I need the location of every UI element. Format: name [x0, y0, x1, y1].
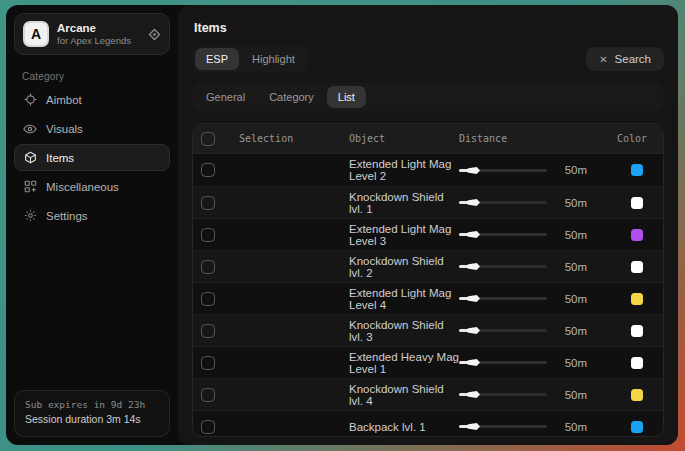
object-name: Knockdown Shield lvl. 1 — [349, 191, 459, 215]
distance-slider[interactable] — [459, 425, 547, 428]
distance-value: 50m — [559, 293, 587, 305]
brand-card: A Arcane for Apex Legends — [14, 13, 170, 55]
distance-slider[interactable] — [459, 329, 547, 332]
sidebar-item-label: Items — [46, 152, 74, 164]
slider-handle-icon[interactable] — [467, 327, 480, 334]
sidebar-item-label: Settings — [46, 210, 88, 222]
color-swatch[interactable] — [631, 229, 643, 241]
slider-handle-icon[interactable] — [467, 167, 480, 174]
session-duration-text: Session duration 3m 14s — [25, 412, 159, 428]
slider-handle-icon[interactable] — [467, 423, 480, 430]
distance-value: 50m — [559, 261, 587, 273]
x-icon: ✕ — [599, 54, 607, 65]
table-body: Extended Light Mag Level 2 50m Knockdown… — [193, 154, 663, 437]
table-row: Knockdown Shield lvl. 1 50m — [193, 186, 663, 218]
row-checkbox[interactable] — [201, 388, 215, 402]
column-header-color: Color — [617, 133, 659, 144]
category-label: Category — [22, 71, 170, 82]
distance-value: 50m — [559, 421, 587, 433]
color-swatch[interactable] — [631, 261, 643, 273]
app-logo: A — [23, 21, 49, 47]
table-row: Knockdown Shield lvl. 3 50m — [193, 314, 663, 346]
row-checkbox[interactable] — [201, 324, 215, 338]
row-checkbox[interactable] — [201, 356, 215, 370]
emblem-icon[interactable] — [148, 28, 161, 41]
sub-expiry-text: Sub expires in 9d 23h — [25, 398, 159, 412]
distance-value: 50m — [559, 197, 587, 209]
select-all-checkbox[interactable] — [201, 132, 215, 146]
color-swatch[interactable] — [631, 325, 643, 337]
tab-highlight[interactable]: Highlight — [241, 48, 306, 70]
sidebar-item-label: Miscellaneous — [46, 181, 119, 193]
object-name: Knockdown Shield lvl. 4 — [349, 383, 459, 407]
slider-handle-icon[interactable] — [467, 263, 480, 270]
app-window: A Arcane for Apex Legends Category Aimbo… — [6, 5, 678, 445]
app-subtitle: for Apex Legends — [57, 35, 140, 47]
table-row: Knockdown Shield lvl. 2 50m — [193, 250, 663, 282]
table-header-row: Selection Object Distance Color — [193, 124, 663, 154]
slider-handle-icon[interactable] — [467, 231, 480, 238]
row-checkbox[interactable] — [201, 420, 215, 434]
slider-handle-icon[interactable] — [467, 295, 480, 302]
mode-tab-group: ESP Highlight — [192, 45, 309, 73]
object-name: Knockdown Shield lvl. 2 — [349, 255, 459, 279]
distance-slider[interactable] — [459, 201, 547, 204]
column-header-selection: Selection — [237, 133, 349, 144]
color-swatch[interactable] — [631, 389, 643, 401]
row-checkbox[interactable] — [201, 260, 215, 274]
object-name: Knockdown Shield lvl. 3 — [349, 319, 459, 343]
row-checkbox[interactable] — [201, 228, 215, 242]
object-name: Extended Heavy Mag Level 1 — [349, 351, 459, 375]
items-table: Selection Object Distance Color Extended… — [192, 123, 664, 437]
search-button-label: Search — [615, 53, 651, 65]
color-swatch[interactable] — [631, 421, 643, 433]
color-swatch[interactable] — [631, 164, 643, 176]
eye-icon — [23, 122, 37, 136]
color-swatch[interactable] — [631, 357, 643, 369]
distance-slider[interactable] — [459, 265, 547, 268]
sidebar-item-aimbot[interactable]: Aimbot — [14, 86, 170, 113]
object-name: Extended Light Mag Level 4 — [349, 287, 459, 311]
distance-slider[interactable] — [459, 169, 547, 172]
column-header-object: Object — [349, 133, 459, 144]
tab-list[interactable]: List — [327, 86, 366, 108]
table-row: Knockdown Shield lvl. 4 50m — [193, 378, 663, 410]
tab-esp[interactable]: ESP — [195, 48, 239, 70]
tab-category[interactable]: Category — [258, 86, 325, 108]
distance-slider[interactable] — [459, 297, 547, 300]
distance-slider[interactable] — [459, 233, 547, 236]
slider-handle-icon[interactable] — [467, 391, 480, 398]
sidebar-item-label: Aimbot — [46, 94, 82, 106]
view-tab-group: General Category List — [192, 83, 664, 111]
color-swatch[interactable] — [631, 197, 643, 209]
color-swatch[interactable] — [631, 293, 643, 305]
slider-handle-icon[interactable] — [467, 359, 480, 366]
sidebar-nav: Aimbot Visuals Items Miscellaneous Setti… — [14, 86, 170, 229]
distance-slider[interactable] — [459, 361, 547, 364]
gear-icon — [23, 209, 37, 222]
crosshair-icon — [23, 93, 37, 106]
row-checkbox[interactable] — [201, 292, 215, 306]
table-row: Extended Light Mag Level 4 50m — [193, 282, 663, 314]
sidebar-item-miscellaneous[interactable]: Miscellaneous — [14, 173, 170, 200]
search-button[interactable]: ✕ Search — [586, 47, 664, 71]
row-checkbox[interactable] — [201, 196, 215, 210]
sidebar-item-settings[interactable]: Settings — [14, 202, 170, 229]
table-row: Extended Heavy Mag Level 1 50m — [193, 346, 663, 378]
toolbar: ESP Highlight ✕ Search — [192, 45, 664, 73]
distance-value: 50m — [559, 389, 587, 401]
distance-value: 50m — [559, 357, 587, 369]
grid-icon — [23, 180, 37, 193]
session-card: Sub expires in 9d 23h Session duration 3… — [14, 390, 170, 437]
distance-slider[interactable] — [459, 393, 547, 396]
table-row: Backpack lvl. 1 50m — [193, 410, 663, 437]
main-panel: Items ESP Highlight ✕ Search General Cat… — [178, 5, 678, 445]
slider-handle-icon[interactable] — [467, 199, 480, 206]
object-name: Backpack lvl. 1 — [349, 421, 459, 433]
tab-general[interactable]: General — [195, 86, 256, 108]
row-checkbox[interactable] — [201, 163, 215, 177]
sidebar-item-items[interactable]: Items — [14, 144, 170, 171]
sidebar-item-visuals[interactable]: Visuals — [14, 115, 170, 142]
table-row: Extended Light Mag Level 2 50m — [193, 154, 663, 186]
sidebar-item-label: Visuals — [46, 123, 83, 135]
